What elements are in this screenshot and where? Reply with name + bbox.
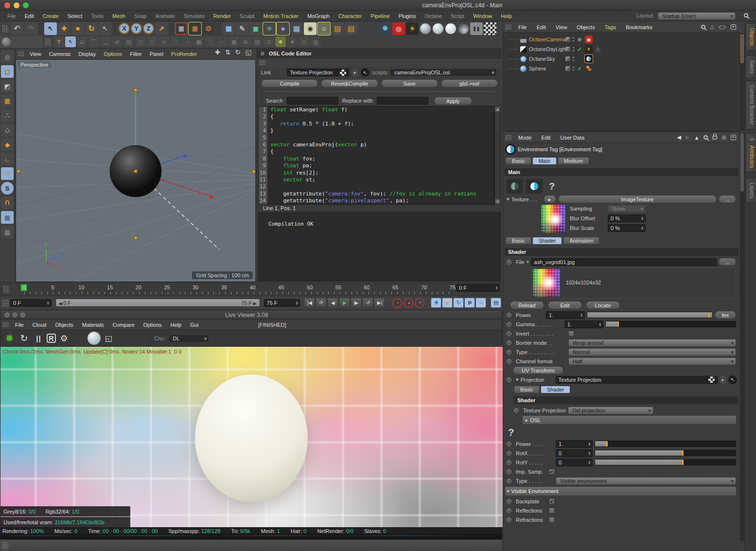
restart-render-icon[interactable]: ↻ bbox=[18, 332, 31, 345]
file-anim-dot[interactable] bbox=[507, 260, 511, 265]
panel-tab[interactable]: Attributes bbox=[746, 141, 756, 172]
texture-expand-button[interactable]: ▸ bbox=[544, 195, 556, 203]
reload-button[interactable]: Reload bbox=[510, 301, 544, 309]
play-button[interactable]: ▶ bbox=[339, 298, 350, 308]
lv-minimize-icon[interactable] bbox=[12, 312, 18, 318]
modeling-tool-icon[interactable]: ⊟ bbox=[264, 36, 274, 47]
modeling-tool-icon[interactable]: ⁙ bbox=[182, 36, 193, 47]
locate-button[interactable]: Locate bbox=[586, 301, 620, 309]
volume-icon[interactable]: ● bbox=[277, 22, 289, 35]
octane-texture-manager-icon[interactable]: ❚❚ bbox=[470, 22, 483, 35]
octane-material-metal-icon[interactable] bbox=[458, 23, 469, 34]
reflections-anim-dot[interactable] bbox=[507, 508, 511, 513]
modeling-tool-icon[interactable]: ⇄ bbox=[112, 36, 123, 47]
lv-close-icon[interactable] bbox=[4, 312, 10, 318]
toolbar-handle[interactable] bbox=[2, 25, 8, 33]
projection-picker-icon[interactable]: ↖ bbox=[728, 375, 737, 384]
attr-tab[interactable]: Main bbox=[532, 157, 557, 165]
gamma-stepper[interactable]: 1. bbox=[564, 320, 603, 328]
replace-input[interactable] bbox=[377, 97, 428, 105]
backplate-anim-dot[interactable] bbox=[507, 499, 511, 504]
script-dropdown[interactable]: cameraEnvProjOSL.osl bbox=[390, 69, 497, 76]
om-filter-icon[interactable]: ◯ bbox=[719, 25, 726, 29]
workplane-lock-icon[interactable]: ▦ bbox=[1, 211, 14, 224]
object-axis-icon[interactable]: ∟ bbox=[1, 153, 14, 165]
rotate-view-icon[interactable]: ↻ bbox=[233, 49, 243, 56]
modeling-tool-icon[interactable]: ◻ bbox=[147, 36, 158, 47]
add-camera-icon[interactable]: ◉ bbox=[304, 22, 316, 35]
backplate-checkbox[interactable] bbox=[549, 498, 555, 504]
key-parameter-button[interactable]: P bbox=[464, 298, 475, 308]
rotate-tool-icon[interactable]: ↻ bbox=[85, 22, 98, 35]
mograph-icon[interactable]: ✳ bbox=[263, 22, 276, 35]
projection-anim-dot[interactable] bbox=[507, 377, 511, 382]
picture-viewer-icon[interactable]: ◱ bbox=[102, 332, 115, 345]
autokey-button[interactable]: ◑ bbox=[404, 298, 413, 308]
lasso-selection-icon[interactable]: ⌒ bbox=[88, 36, 99, 47]
prev-frame-button[interactable]: ◀ bbox=[327, 298, 338, 308]
object-tag[interactable] bbox=[594, 45, 602, 53]
texture-more-button[interactable]: ... bbox=[719, 195, 736, 203]
roty-slider[interactable] bbox=[595, 459, 736, 465]
blur-offset-stepper[interactable]: 0 % bbox=[608, 214, 646, 222]
viewport-menu-item[interactable]: View bbox=[26, 49, 45, 59]
lv-menu-item[interactable]: Compare bbox=[108, 320, 139, 330]
workplane-icon[interactable]: ∷ bbox=[299, 36, 309, 47]
am-new-panel-icon[interactable] bbox=[731, 135, 736, 140]
move-tool-icon[interactable]: ✚ bbox=[58, 22, 70, 35]
channel-anim-dot[interactable] bbox=[507, 359, 511, 364]
lv-menu-item[interactable]: Help bbox=[166, 320, 186, 330]
range-end-stepper[interactable]: 75 F bbox=[264, 299, 300, 307]
viewport-handle[interactable] bbox=[18, 51, 24, 57]
code-area[interactable]: 1 float setRange( float f) 2 { 3 return … bbox=[258, 106, 494, 205]
invert-anim-dot[interactable] bbox=[507, 331, 511, 336]
power-anim-dot[interactable] bbox=[507, 313, 511, 318]
imagetexture-button[interactable]: ImageTexture bbox=[558, 195, 717, 203]
frame-range-slider[interactable]: ◀ 0 F 75 F ▶ bbox=[55, 299, 260, 307]
uv-transform-button[interactable]: UV Transform bbox=[513, 366, 563, 374]
octane-camera-icon[interactable]: ◎ bbox=[392, 22, 405, 35]
object-tag[interactable] bbox=[585, 55, 593, 63]
search-icon[interactable] bbox=[744, 13, 748, 18]
model-mode-icon[interactable]: ◻ bbox=[1, 65, 14, 78]
octane-render-icon[interactable]: ✸ bbox=[3, 332, 16, 345]
save-osl-button[interactable]: Save bbox=[381, 79, 438, 88]
am-search-icon[interactable] bbox=[703, 135, 708, 140]
object-scrollbar[interactable] bbox=[740, 33, 744, 130]
render-active-icon[interactable]: ▦ bbox=[189, 22, 201, 35]
z-axis-lock-icon[interactable]: Z bbox=[143, 23, 154, 34]
modeling-tool-icon[interactable]: ⊞ bbox=[240, 36, 251, 47]
reset-compile-button[interactable]: Reset&Compile bbox=[321, 79, 378, 88]
shader-tab[interactable]: Animation bbox=[563, 237, 599, 245]
main-section-header[interactable]: Main bbox=[505, 168, 738, 176]
object-tag[interactable] bbox=[585, 65, 593, 72]
hatch-tool-icon[interactable]: ▨ bbox=[310, 36, 321, 47]
menu-item[interactable]: Mesh bbox=[108, 11, 130, 21]
panel-tab[interactable]: Takes bbox=[746, 55, 756, 78]
osl-group-bar[interactable]: ▸OSL bbox=[523, 416, 736, 424]
channel-format-dropdown[interactable]: Half bbox=[568, 357, 736, 365]
timeline-handle2[interactable] bbox=[2, 299, 8, 307]
object-name[interactable]: OctaneDayLight bbox=[529, 46, 567, 52]
enable-state-icon[interactable] bbox=[577, 36, 582, 43]
next-frame-button[interactable]: ▶ bbox=[351, 298, 362, 308]
layer-swatch[interactable] bbox=[565, 66, 570, 71]
live-selection-small-icon[interactable]: ↖ bbox=[65, 36, 76, 47]
file-caret-icon[interactable]: ▾ bbox=[527, 259, 529, 265]
om-menu-item[interactable]: Bookmarks bbox=[621, 22, 657, 33]
object-name[interactable]: OctaneSky bbox=[529, 56, 555, 62]
projection-tab[interactable]: Basic bbox=[514, 386, 540, 393]
zoom-view-icon[interactable]: ⇅ bbox=[223, 49, 233, 56]
menu-item[interactable]: Pipeline bbox=[366, 11, 394, 21]
modeling-tool-icon[interactable]: ∷ bbox=[170, 36, 181, 47]
octane-material-glossy-icon[interactable] bbox=[433, 23, 443, 34]
modeling-tool-icon[interactable]: ⁘ bbox=[217, 36, 228, 47]
menu-item[interactable]: File bbox=[3, 11, 20, 21]
gamma-anim-dot[interactable] bbox=[507, 322, 511, 327]
play-mode-button[interactable]: ↺ bbox=[362, 298, 373, 308]
lv-menu-item[interactable]: Cloud bbox=[28, 320, 51, 330]
floor-icon[interactable]: ▦ bbox=[290, 22, 303, 35]
type2-anim-dot[interactable] bbox=[507, 479, 511, 483]
blur-scale-stepper[interactable]: 0 % bbox=[608, 224, 646, 232]
am-target-icon[interactable]: ◎ bbox=[721, 134, 726, 141]
